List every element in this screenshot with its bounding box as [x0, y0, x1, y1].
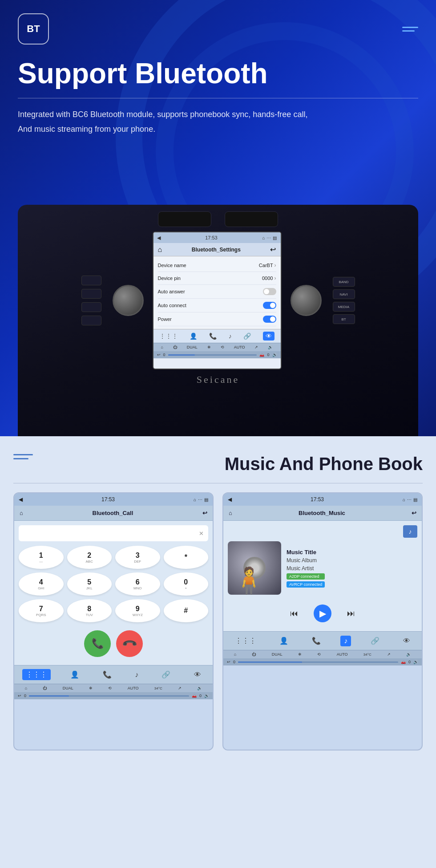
music-toolbar: ⌂ ⏻ DUAL ❄ ⟲ AUTO 34°C ↗ 🔊	[223, 650, 422, 658]
music-note-btn[interactable]: ♪	[403, 525, 417, 538]
music-status-icons: ⌂⋯▤	[403, 497, 417, 502]
toolbar-air[interactable]: ↗	[254, 345, 258, 349]
call-link-icon[interactable]: 🔗	[158, 669, 174, 680]
dialpad-input[interactable]: ✕	[19, 525, 208, 541]
dial-star[interactable]: *	[164, 546, 209, 569]
dial-6[interactable]: 6MNO	[115, 572, 160, 596]
call-t-power[interactable]: ⏻	[43, 686, 47, 690]
view-icon[interactable]: 👁	[263, 332, 275, 341]
call-back-btn[interactable]: ◀	[19, 496, 23, 503]
call-contacts-icon[interactable]: 👤	[67, 669, 83, 680]
music-phone-icon[interactable]: 📞	[308, 635, 324, 646]
dial-9[interactable]: 9WXYZ	[115, 599, 160, 622]
toolbar-vol[interactable]: 🔊	[268, 345, 273, 349]
screen-nav-bar: ⌂ Bluetooth_Settings ↩	[153, 243, 281, 256]
music-back-btn[interactable]: ◀	[228, 496, 232, 503]
music-icon[interactable]: ♪	[229, 333, 232, 340]
auto-connect-toggle[interactable]	[263, 302, 276, 309]
call-home-icon[interactable]: ⌂	[20, 510, 23, 516]
music-t-home[interactable]: ⌂	[234, 652, 236, 657]
music-eye-icon[interactable]: 👁	[400, 636, 414, 646]
call-t-snow[interactable]: ❄	[89, 686, 93, 690]
seek-vol-icon[interactable]: 🔊	[272, 353, 277, 357]
call-seek-track[interactable]	[29, 695, 189, 697]
back-btn[interactable]: ◀	[157, 235, 161, 241]
music-seek-track[interactable]	[238, 661, 398, 663]
music-contacts-icon[interactable]: 👤	[276, 635, 292, 646]
toolbar-power[interactable]: ⏻	[173, 345, 177, 349]
seek-back[interactable]: ↩	[157, 353, 161, 357]
toolbar-home[interactable]: ⌂	[161, 345, 163, 349]
power-row[interactable]: Power	[158, 312, 276, 326]
music-note-area: ♪	[228, 525, 417, 538]
music-t-power[interactable]: ⏻	[252, 652, 256, 657]
contacts-icon[interactable]: 👤	[190, 333, 197, 340]
dial-2[interactable]: 2ABC	[67, 546, 112, 569]
screen-bottom-icons: ⋮⋮⋮ 👤 📞 ♪ 🔗 👁	[153, 329, 281, 343]
call-back-nav[interactable]: ↩	[202, 510, 207, 516]
call-s-back[interactable]: ↩	[18, 694, 21, 698]
music-t-vol[interactable]: 🔊	[406, 652, 411, 657]
toolbar-recycle[interactable]: ⟲	[221, 345, 224, 349]
phone-icon[interactable]: 📞	[209, 333, 217, 340]
call-t-air[interactable]: ↗	[178, 686, 182, 690]
dial-3[interactable]: 3DEF	[115, 546, 160, 569]
a2dp-badge: A2DP connected	[287, 573, 325, 580]
call-music-icon[interactable]: ♪	[131, 669, 142, 680]
music-t-air[interactable]: ↗	[387, 652, 391, 657]
call-eye-icon[interactable]: 👁	[190, 669, 205, 680]
dial-0[interactable]: 0+	[164, 572, 209, 596]
apps-icon[interactable]: ⋮⋮⋮	[159, 333, 178, 340]
back-nav-icon[interactable]: ↩	[270, 245, 276, 254]
call-t-vol[interactable]: 🔊	[197, 686, 202, 690]
prev-btn[interactable]: ⏮	[285, 604, 303, 622]
play-btn[interactable]: ▶	[314, 604, 331, 622]
call-phone-icon[interactable]: 📞	[99, 669, 115, 680]
auto-answer-toggle[interactable]	[263, 288, 276, 295]
music-home-icon[interactable]: ⌂	[229, 510, 232, 516]
music-screen-status: ◀ 17:53 ⌂⋯▤	[223, 493, 422, 506]
call-s-vol[interactable]: 🔊	[204, 694, 209, 698]
home-icon[interactable]: ⌂	[158, 246, 162, 254]
call-red-btn[interactable]: 📞	[111, 625, 149, 663]
music-link-icon[interactable]: 🔗	[367, 635, 383, 646]
car-vents	[18, 205, 418, 227]
auto-connect-row[interactable]: Auto connect	[158, 299, 276, 312]
screens-row: ◀ 17:53 ⌂⋯▤ ⌂ Bluetooth_Call ↩ ✕ 1— 2ABC…	[13, 492, 423, 750]
call-apps-icon[interactable]: ⋮⋮⋮	[22, 669, 51, 680]
dial-4[interactable]: 4GHI	[19, 572, 64, 596]
music-back-nav[interactable]: ↩	[412, 510, 416, 516]
navi-btn[interactable]: NAVI	[333, 289, 355, 299]
link-icon[interactable]: 🔗	[243, 333, 251, 340]
bt-btn[interactable]: BT	[333, 314, 355, 324]
auto-answer-row[interactable]: Auto answer	[158, 285, 276, 299]
dial-5[interactable]: 5JKL	[67, 572, 112, 596]
music-details: Music Title Music Album Music Artist A2D…	[287, 541, 325, 595]
dial-1[interactable]: 1—	[19, 546, 64, 569]
power-toggle[interactable]	[263, 316, 276, 323]
media-btn[interactable]: MEDIA	[333, 302, 355, 312]
music-s-back[interactable]: ↩	[227, 660, 230, 664]
bottom-menu-icon[interactable]	[13, 454, 33, 459]
car-knob-right[interactable]	[291, 285, 322, 316]
next-btn[interactable]: ⏭	[342, 604, 360, 622]
call-t-home[interactable]: ⌂	[25, 686, 27, 690]
car-knob-left[interactable]	[113, 285, 144, 316]
dial-hash[interactable]: #	[164, 599, 209, 622]
seek-track[interactable]	[168, 354, 257, 356]
dial-7[interactable]: 7PQRS	[19, 599, 64, 622]
menu-icon[interactable]	[402, 27, 418, 32]
music-t-snow[interactable]: ❄	[298, 652, 302, 657]
music-apps-icon[interactable]: ⋮⋮⋮	[231, 635, 260, 646]
album-art: 🧍	[228, 541, 281, 595]
clear-icon[interactable]: ✕	[199, 530, 204, 537]
toolbar-snow[interactable]: ❄	[207, 345, 211, 349]
music-s-vol[interactable]: 🔊	[413, 660, 418, 664]
call-green-btn[interactable]: 📞	[84, 630, 111, 657]
call-t-recycle[interactable]: ⟲	[108, 686, 112, 690]
seek-progress	[168, 354, 195, 356]
dial-8[interactable]: 8TUV	[67, 599, 112, 622]
band-btn[interactable]: BAND	[333, 277, 355, 287]
music-t-recycle[interactable]: ⟲	[317, 652, 321, 657]
music-note-icon[interactable]: ♪	[340, 636, 351, 646]
